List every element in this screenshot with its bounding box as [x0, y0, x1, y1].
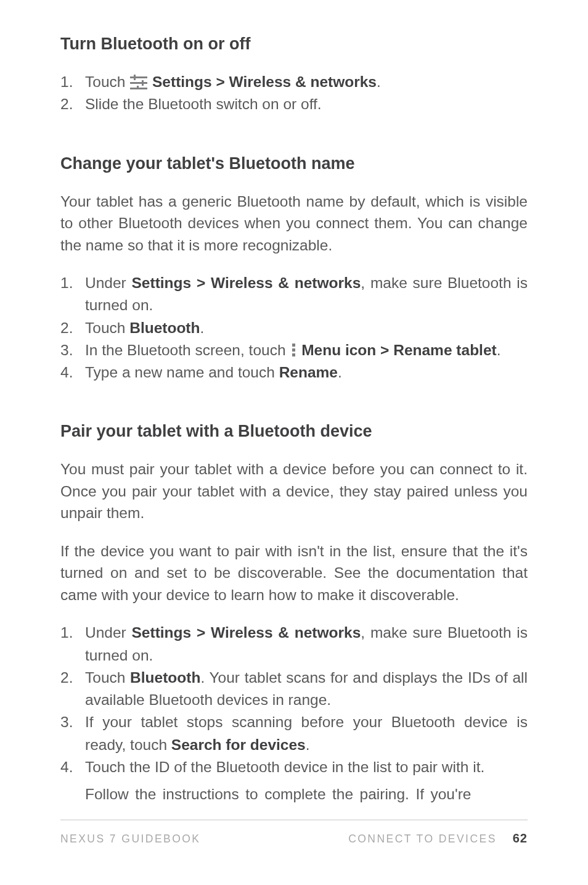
text: .: [200, 319, 205, 336]
bold-text: Settings > Wireless & networks: [152, 73, 377, 90]
list-item: Type a new name and touch Rename.: [60, 361, 528, 384]
svg-rect-0: [130, 76, 147, 78]
list-item: Touch Settings > Wireless & networks.: [60, 71, 528, 93]
text: In the Bluetooth screen, touch: [85, 342, 290, 358]
bold-text: Settings > Wireless & networks: [132, 274, 361, 291]
bold-text: Bluetooth: [129, 319, 200, 336]
bold-text: Settings > Wireless & networks: [132, 624, 361, 641]
text: Touch: [85, 669, 130, 686]
ordered-list: Under Settings > Wireless & networks, ma…: [60, 622, 528, 778]
heading-pair-device: Pair your tablet with a Bluetooth device: [60, 422, 528, 441]
continuation-text: Follow the instructions to complete the …: [60, 783, 528, 805]
text: .: [306, 736, 310, 753]
text: Under: [85, 624, 132, 641]
footer-right-text: CONNECT TO DEVICES: [348, 833, 497, 846]
text: Under: [85, 274, 132, 291]
footer-left-text: NEXUS 7 GUIDEBOOK: [60, 833, 200, 846]
bold-text: Search for devices: [171, 736, 306, 753]
text: Type a new name and touch: [85, 364, 279, 381]
bold-text: Bluetooth: [130, 669, 200, 686]
paragraph: Your tablet has a generic Bluetooth name…: [60, 191, 528, 257]
overflow-menu-icon: [291, 344, 296, 357]
text: Touch: [85, 319, 129, 336]
list-item: Under Settings > Wireless & networks, ma…: [60, 622, 528, 667]
heading-change-name: Change your tablet's Bluetooth name: [60, 154, 528, 173]
svg-rect-1: [134, 75, 136, 80]
page-number: 62: [513, 831, 528, 846]
text: .: [377, 73, 381, 90]
text: .: [338, 364, 342, 381]
list-item: If your tablet stops scanning before you…: [60, 711, 528, 756]
page-footer: NEXUS 7 GUIDEBOOK CONNECT TO DEVICES 62: [60, 820, 528, 846]
text: .: [497, 342, 501, 358]
ordered-list: Touch Settings > Wireless & networks. Sl…: [60, 71, 528, 116]
list-item: Under Settings > Wireless & networks, ma…: [60, 272, 528, 317]
text: Touch: [85, 73, 129, 90]
heading-turn-bluetooth: Turn Bluetooth on or off: [60, 35, 528, 54]
ordered-list: Under Settings > Wireless & networks, ma…: [60, 272, 528, 384]
list-item: Slide the Bluetooth switch on or off.: [60, 93, 528, 115]
svg-rect-2: [130, 82, 147, 84]
svg-rect-5: [137, 86, 139, 89]
settings-sliders-icon: [129, 73, 148, 88]
bold-text: Menu icon > Rename tablet: [301, 342, 497, 358]
paragraph: If the device you want to pair with isn'…: [60, 540, 528, 606]
footer-divider: [60, 820, 528, 820]
list-item: In the Bluetooth screen, touch Menu icon…: [60, 339, 528, 361]
list-item: Touch Bluetooth. Your tablet scans for a…: [60, 667, 528, 712]
list-item: Touch Bluetooth.: [60, 317, 528, 339]
paragraph: You must pair your tablet with a device …: [60, 458, 528, 524]
list-item: Touch the ID of the Bluetooth device in …: [60, 756, 528, 778]
svg-rect-3: [142, 80, 144, 86]
bold-text: Rename: [279, 364, 338, 381]
